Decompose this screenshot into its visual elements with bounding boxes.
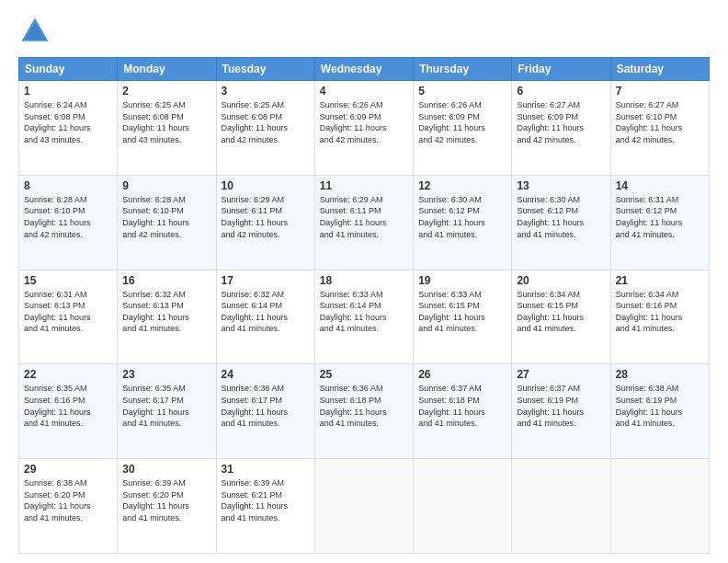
- day-info: Sunrise: 6:39 AM Sunset: 6:21 PM Dayligh…: [222, 477, 310, 523]
- day-number: 19: [418, 274, 506, 287]
- day-cell: 2Sunrise: 6:25 AM Sunset: 6:08 PM Daylig…: [118, 81, 216, 176]
- day-info: Sunrise: 6:37 AM Sunset: 6:19 PM Dayligh…: [517, 383, 605, 429]
- day-cell: [512, 459, 610, 554]
- day-info: Sunrise: 6:36 AM Sunset: 6:18 PM Dayligh…: [320, 383, 408, 429]
- day-number: 7: [616, 85, 704, 98]
- day-number: 11: [320, 179, 408, 192]
- day-number: 22: [24, 368, 112, 381]
- day-info: Sunrise: 6:35 AM Sunset: 6:17 PM Dayligh…: [122, 383, 210, 429]
- day-cell: 26Sunrise: 6:37 AM Sunset: 6:18 PM Dayli…: [414, 364, 512, 459]
- day-info: Sunrise: 6:34 AM Sunset: 6:16 PM Dayligh…: [616, 289, 704, 335]
- day-info: Sunrise: 6:38 AM Sunset: 6:20 PM Dayligh…: [24, 477, 112, 523]
- day-number: 23: [122, 368, 210, 381]
- day-cell: 17Sunrise: 6:32 AM Sunset: 6:14 PM Dayli…: [216, 270, 314, 364]
- day-number: 1: [24, 85, 112, 98]
- column-header-saturday: Saturday: [610, 58, 709, 81]
- column-header-thursday: Thursday: [414, 58, 512, 81]
- day-cell: 1Sunrise: 6:24 AM Sunset: 6:08 PM Daylig…: [19, 81, 118, 176]
- day-number: 8: [24, 179, 112, 192]
- day-info: Sunrise: 6:24 AM Sunset: 6:08 PM Dayligh…: [24, 99, 112, 145]
- day-cell: 7Sunrise: 6:27 AM Sunset: 6:10 PM Daylig…: [610, 81, 709, 176]
- day-cell: 5Sunrise: 6:26 AM Sunset: 6:09 PM Daylig…: [414, 81, 512, 176]
- day-cell: [414, 459, 512, 554]
- day-info: Sunrise: 6:32 AM Sunset: 6:14 PM Dayligh…: [222, 289, 310, 335]
- day-info: Sunrise: 6:25 AM Sunset: 6:08 PM Dayligh…: [122, 99, 210, 145]
- day-info: Sunrise: 6:30 AM Sunset: 6:12 PM Dayligh…: [517, 194, 605, 240]
- day-cell: 29Sunrise: 6:38 AM Sunset: 6:20 PM Dayli…: [19, 459, 118, 554]
- day-cell: 12Sunrise: 6:30 AM Sunset: 6:12 PM Dayli…: [414, 175, 512, 270]
- day-number: 16: [122, 274, 210, 287]
- day-cell: 6Sunrise: 6:27 AM Sunset: 6:09 PM Daylig…: [512, 81, 610, 176]
- column-header-tuesday: Tuesday: [216, 58, 314, 81]
- day-number: 26: [418, 368, 506, 381]
- day-cell: 16Sunrise: 6:32 AM Sunset: 6:13 PM Dayli…: [118, 270, 216, 364]
- day-info: Sunrise: 6:39 AM Sunset: 6:20 PM Dayligh…: [122, 477, 210, 523]
- column-header-wednesday: Wednesday: [314, 58, 413, 81]
- logo: [18, 15, 55, 48]
- day-info: Sunrise: 6:28 AM Sunset: 6:10 PM Dayligh…: [24, 194, 112, 240]
- day-number: 28: [616, 368, 704, 381]
- day-number: 20: [517, 274, 605, 287]
- day-info: Sunrise: 6:32 AM Sunset: 6:13 PM Dayligh…: [122, 289, 210, 335]
- day-cell: 20Sunrise: 6:34 AM Sunset: 6:15 PM Dayli…: [512, 270, 610, 364]
- day-cell: [610, 459, 709, 554]
- day-info: Sunrise: 6:27 AM Sunset: 6:10 PM Dayligh…: [616, 99, 704, 145]
- day-number: 12: [418, 179, 506, 192]
- week-row-2: 8Sunrise: 6:28 AM Sunset: 6:10 PM Daylig…: [19, 175, 710, 270]
- day-cell: 23Sunrise: 6:35 AM Sunset: 6:17 PM Dayli…: [118, 364, 216, 459]
- day-number: 18: [320, 274, 408, 287]
- day-number: 29: [24, 463, 112, 476]
- day-info: Sunrise: 6:26 AM Sunset: 6:09 PM Dayligh…: [418, 99, 506, 145]
- day-info: Sunrise: 6:26 AM Sunset: 6:09 PM Dayligh…: [320, 99, 408, 145]
- day-cell: 4Sunrise: 6:26 AM Sunset: 6:09 PM Daylig…: [314, 81, 413, 176]
- week-row-1: 1Sunrise: 6:24 AM Sunset: 6:08 PM Daylig…: [19, 81, 710, 176]
- header-row: SundayMondayTuesdayWednesdayThursdayFrid…: [19, 58, 710, 81]
- day-cell: 8Sunrise: 6:28 AM Sunset: 6:10 PM Daylig…: [19, 175, 118, 270]
- column-header-sunday: Sunday: [19, 58, 118, 81]
- day-number: 17: [222, 274, 310, 287]
- day-info: Sunrise: 6:38 AM Sunset: 6:19 PM Dayligh…: [616, 383, 704, 429]
- day-number: 6: [517, 85, 605, 98]
- day-number: 3: [222, 85, 310, 98]
- day-number: 21: [616, 274, 704, 287]
- day-number: 27: [517, 368, 605, 381]
- day-info: Sunrise: 6:35 AM Sunset: 6:16 PM Dayligh…: [24, 383, 112, 429]
- day-info: Sunrise: 6:29 AM Sunset: 6:11 PM Dayligh…: [320, 194, 408, 240]
- day-info: Sunrise: 6:25 AM Sunset: 6:08 PM Dayligh…: [222, 99, 310, 145]
- day-cell: 10Sunrise: 6:29 AM Sunset: 6:11 PM Dayli…: [216, 175, 314, 270]
- day-cell: 13Sunrise: 6:30 AM Sunset: 6:12 PM Dayli…: [512, 175, 610, 270]
- day-number: 30: [122, 463, 210, 476]
- column-header-monday: Monday: [118, 58, 216, 81]
- day-cell: 15Sunrise: 6:31 AM Sunset: 6:13 PM Dayli…: [19, 270, 118, 364]
- day-number: 15: [24, 274, 112, 287]
- day-info: Sunrise: 6:34 AM Sunset: 6:15 PM Dayligh…: [517, 289, 605, 335]
- calendar-table: SundayMondayTuesdayWednesdayThursdayFrid…: [18, 57, 710, 554]
- day-cell: 21Sunrise: 6:34 AM Sunset: 6:16 PM Dayli…: [610, 270, 709, 364]
- day-number: 9: [122, 179, 210, 192]
- day-cell: 14Sunrise: 6:31 AM Sunset: 6:12 PM Dayli…: [610, 175, 709, 270]
- day-number: 24: [222, 368, 310, 381]
- week-row-5: 29Sunrise: 6:38 AM Sunset: 6:20 PM Dayli…: [19, 459, 710, 554]
- day-cell: 19Sunrise: 6:33 AM Sunset: 6:15 PM Dayli…: [414, 270, 512, 364]
- day-info: Sunrise: 6:36 AM Sunset: 6:17 PM Dayligh…: [222, 383, 310, 429]
- column-header-friday: Friday: [512, 58, 610, 81]
- day-number: 14: [616, 179, 704, 192]
- week-row-4: 22Sunrise: 6:35 AM Sunset: 6:16 PM Dayli…: [19, 364, 710, 459]
- header: [18, 15, 710, 48]
- day-cell: 24Sunrise: 6:36 AM Sunset: 6:17 PM Dayli…: [216, 364, 314, 459]
- day-info: Sunrise: 6:33 AM Sunset: 6:15 PM Dayligh…: [418, 289, 506, 335]
- day-cell: 28Sunrise: 6:38 AM Sunset: 6:19 PM Dayli…: [610, 364, 709, 459]
- day-info: Sunrise: 6:27 AM Sunset: 6:09 PM Dayligh…: [517, 99, 605, 145]
- day-info: Sunrise: 6:31 AM Sunset: 6:13 PM Dayligh…: [24, 289, 112, 335]
- logo-icon: [18, 15, 51, 48]
- day-info: Sunrise: 6:28 AM Sunset: 6:10 PM Dayligh…: [122, 194, 210, 240]
- day-cell: 22Sunrise: 6:35 AM Sunset: 6:16 PM Dayli…: [19, 364, 118, 459]
- day-cell: 3Sunrise: 6:25 AM Sunset: 6:08 PM Daylig…: [216, 81, 314, 176]
- day-cell: 31Sunrise: 6:39 AM Sunset: 6:21 PM Dayli…: [216, 459, 314, 554]
- day-cell: 27Sunrise: 6:37 AM Sunset: 6:19 PM Dayli…: [512, 364, 610, 459]
- day-number: 10: [222, 179, 310, 192]
- day-number: 2: [122, 85, 210, 98]
- calendar-header: SundayMondayTuesdayWednesdayThursdayFrid…: [19, 58, 710, 81]
- day-info: Sunrise: 6:31 AM Sunset: 6:12 PM Dayligh…: [616, 194, 704, 240]
- day-number: 4: [320, 85, 408, 98]
